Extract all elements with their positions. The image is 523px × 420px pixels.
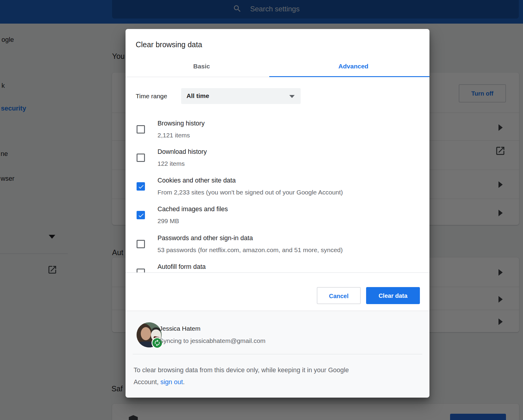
account-sync-status: Syncing to jessicabhatem@gmail.com (159, 336, 265, 345)
option-label: Passwords and other sign-in data (157, 234, 253, 243)
signout-note-line2-prefix: Account, (134, 378, 160, 386)
screen: Search settings ogle k security ne wser … (0, 0, 523, 420)
row-cookies-site-data[interactable]: Cookies and other site data From 2,233 s… (126, 176, 429, 205)
tab-basic[interactable]: Basic (126, 56, 278, 76)
clear-browsing-data-dialog: Clear browsing data Basic Advanced Time … (126, 29, 429, 397)
signout-note-suffix: . (183, 378, 185, 386)
row-passwords[interactable]: Passwords and other sign-in data 53 pass… (126, 234, 429, 262)
dropdown-caret-icon (289, 95, 295, 98)
sign-out-link[interactable]: sign out (160, 378, 183, 386)
checkbox-autofill[interactable] (137, 269, 145, 273)
time-range-value: All time (186, 91, 209, 100)
row-download-history[interactable]: Download history 122 items (126, 147, 429, 176)
row-browsing-history[interactable]: Browsing history 2,121 items (126, 119, 429, 148)
tab-advanced[interactable]: Advanced (277, 56, 429, 76)
option-detail: 299 MB (157, 217, 179, 226)
time-range-select[interactable]: All time (181, 88, 301, 104)
option-label: Download history (157, 147, 207, 156)
dialog-title: Clear browsing data (136, 40, 202, 49)
account-name: Jessica Hatem (159, 324, 201, 333)
row-cached-images[interactable]: Cached images and files 299 MB (126, 205, 429, 233)
footer-divider (133, 354, 422, 354)
checkbox-passwords[interactable] (137, 240, 145, 248)
option-label: Cached images and files (157, 205, 228, 214)
signout-note: To clear browsing data from this device … (134, 364, 391, 388)
checkbox-download-history[interactable] (137, 154, 145, 162)
active-tab-underline (269, 76, 429, 77)
option-detail: 2,121 items (157, 131, 190, 140)
checkbox-cookies[interactable] (137, 182, 145, 191)
clear-data-button[interactable]: Clear data (366, 287, 420, 304)
checkbox-cached-images[interactable] (137, 211, 145, 219)
signout-note-line1: To clear browsing data from this device … (134, 364, 391, 376)
option-label: Autofill form data (157, 262, 206, 271)
time-range-label: Time range (136, 92, 167, 101)
cancel-button[interactable]: Cancel (317, 287, 361, 304)
sync-account-footer: Jessica Hatem Syncing to jessicabhatem@g… (126, 311, 429, 398)
row-autofill-form-data[interactable]: Autofill form data (126, 262, 429, 273)
option-label: Cookies and other site data (157, 176, 236, 185)
checkbox-browsing-history[interactable] (137, 125, 145, 134)
option-detail: 122 items (157, 159, 185, 168)
option-detail: 53 passwords (for netflix.com, amazon.co… (157, 246, 343, 255)
dialog-scroll-area[interactable]: Time range All time Browsing history 2,1… (126, 77, 429, 273)
option-detail: From 2,233 sites (you won't be signed ou… (157, 188, 343, 197)
option-label: Browsing history (157, 119, 205, 128)
